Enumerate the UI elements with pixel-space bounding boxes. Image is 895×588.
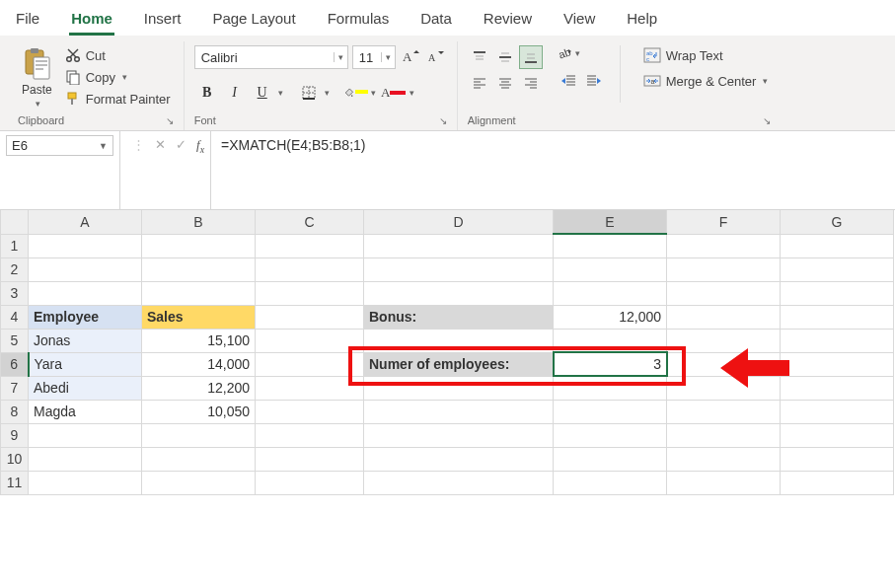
clipboard-paste-icon <box>22 47 51 81</box>
row-header[interactable]: 9 <box>1 423 29 447</box>
svg-rect-3 <box>36 60 47 62</box>
worksheet[interactable]: A B C D E F G 1 2 3 4 Employee Sales Bon… <box>0 210 895 495</box>
align-center-button[interactable] <box>493 71 517 95</box>
tab-data[interactable]: Data <box>418 6 454 36</box>
cell[interactable]: Yara <box>29 352 142 376</box>
row-header[interactable]: 1 <box>1 234 29 257</box>
increase-indent-button[interactable] <box>582 69 606 93</box>
chevron-down-icon: ▾ <box>381 52 395 62</box>
align-top-button[interactable] <box>468 45 491 69</box>
chevron-down-icon: ▾ <box>368 88 379 98</box>
tab-review[interactable]: Review <box>482 6 534 36</box>
cell[interactable]: Bonus: <box>364 305 554 329</box>
formula-text: =XMATCH(E4;B5:B8;1) <box>221 137 365 153</box>
col-header[interactable]: G <box>781 210 894 234</box>
cell[interactable]: Jonas <box>29 329 142 352</box>
decrease-indent-button[interactable] <box>557 69 580 93</box>
row-header[interactable]: 10 <box>1 447 29 471</box>
chevron-down-icon: ▾ <box>36 99 40 109</box>
borders-button[interactable]: ▾ <box>296 81 333 105</box>
tab-formulas[interactable]: Formulas <box>326 6 392 36</box>
copy-button[interactable]: Copy ▾ <box>62 67 174 87</box>
chevron-down-icon: ▾ <box>322 88 333 98</box>
formula-bar-row: E6▼ ⋮ ✕ ✓ fx =XMATCH(E4;B5:B8;1) <box>0 131 895 210</box>
align-bottom-button[interactable] <box>519 45 543 69</box>
cell[interactable]: Abedi <box>29 376 142 400</box>
row-header[interactable]: 7 <box>1 376 29 400</box>
col-header[interactable]: F <box>667 210 781 234</box>
svg-text:A: A <box>428 52 436 63</box>
cancel-formula-button[interactable]: ✕ <box>155 137 166 152</box>
cell[interactable]: Magda <box>29 400 142 423</box>
row-header[interactable]: 3 <box>1 281 29 305</box>
col-header[interactable]: B <box>142 210 256 234</box>
format-painter-button[interactable]: Format Painter <box>62 89 174 109</box>
font-size-combo[interactable]: 11▾ <box>352 45 396 69</box>
underline-button[interactable]: U <box>250 81 275 105</box>
merge-center-icon: a <box>643 73 661 89</box>
col-header[interactable]: A <box>29 210 142 234</box>
cell[interactable]: 10,050 <box>142 400 256 423</box>
tab-file[interactable]: File <box>14 6 41 36</box>
row-header[interactable]: 2 <box>1 257 29 281</box>
grid[interactable]: A B C D E F G 1 2 3 4 Employee Sales Bon… <box>0 210 894 495</box>
copy-label: Copy <box>86 70 115 85</box>
svg-point-6 <box>66 57 71 62</box>
italic-button[interactable]: I <box>222 81 248 105</box>
align-right-button[interactable] <box>519 71 543 95</box>
fill-color-button[interactable]: ▾ <box>342 81 379 105</box>
name-box[interactable]: E6▼ <box>0 131 120 209</box>
row-header[interactable]: 11 <box>1 471 29 494</box>
tab-help[interactable]: Help <box>625 6 659 36</box>
col-header[interactable]: D <box>364 210 554 234</box>
tab-insert[interactable]: Insert <box>142 6 184 36</box>
font-color-button[interactable]: A▾ <box>381 81 417 105</box>
select-all-corner[interactable] <box>1 210 29 234</box>
row-header[interactable]: 4 <box>1 305 29 329</box>
paste-button[interactable]: Paste ▾ <box>18 45 56 110</box>
row-header[interactable]: 8 <box>1 400 29 423</box>
chevron-down-icon[interactable]: ▾ <box>275 88 286 98</box>
cut-label: Cut <box>86 48 106 63</box>
chevron-down-icon: ▾ <box>763 76 768 86</box>
merge-center-button[interactable]: a Merge & Center ▾ <box>640 71 772 91</box>
dialog-launcher-icon[interactable]: ↘ <box>763 115 771 126</box>
merge-center-label: Merge & Center <box>666 74 757 89</box>
dialog-launcher-icon[interactable]: ↘ <box>166 115 174 126</box>
col-header[interactable]: E <box>554 210 667 234</box>
font-name-value: Calibri <box>195 50 334 65</box>
wrap-text-button[interactable]: abc Wrap Text <box>640 45 772 65</box>
insert-function-button[interactable]: fx <box>196 137 204 155</box>
cell[interactable]: 12,000 <box>554 305 667 329</box>
tab-page-layout[interactable]: Page Layout <box>210 6 297 36</box>
align-left-button[interactable] <box>468 71 491 95</box>
enter-formula-button[interactable]: ✓ <box>176 137 186 152</box>
row-header[interactable]: 6 <box>1 352 29 376</box>
cell[interactable]: 12,200 <box>142 376 256 400</box>
wrap-text-label: Wrap Text <box>666 48 723 63</box>
chevron-down-icon: ▼ <box>99 141 108 151</box>
tab-home[interactable]: Home <box>69 6 114 36</box>
increase-font-size-button[interactable]: A <box>400 46 421 68</box>
font-name-combo[interactable]: Calibri▾ <box>194 45 348 69</box>
dialog-launcher-icon[interactable]: ↘ <box>439 115 447 126</box>
col-header[interactable]: C <box>256 210 364 234</box>
chevron-down-icon: ▾ <box>572 48 583 58</box>
cell[interactable]: Sales <box>142 305 256 329</box>
cell[interactable]: 15,100 <box>142 329 256 352</box>
orientation-button[interactable]: ab▾ <box>557 45 606 61</box>
cell[interactable]: 14,000 <box>142 352 256 376</box>
decrease-font-size-button[interactable]: A <box>425 46 447 68</box>
format-painter-label: Format Painter <box>86 92 171 107</box>
tab-view[interactable]: View <box>561 6 597 36</box>
align-middle-button[interactable] <box>493 45 517 69</box>
group-alignment: ab▾ abc Wrap Text a Merge & Center ▾ <box>458 41 782 130</box>
cell-selected[interactable]: 3 <box>554 352 667 376</box>
cell[interactable]: Employee <box>29 305 142 329</box>
bold-button[interactable]: B <box>194 81 220 105</box>
cut-button[interactable]: Cut <box>62 45 174 65</box>
row-header[interactable]: 5 <box>1 329 29 352</box>
formula-bar[interactable]: =XMATCH(E4;B5:B8;1) <box>211 131 895 209</box>
font-group-label: Font <box>194 114 216 126</box>
cell[interactable]: Numer of employees: <box>364 352 554 376</box>
